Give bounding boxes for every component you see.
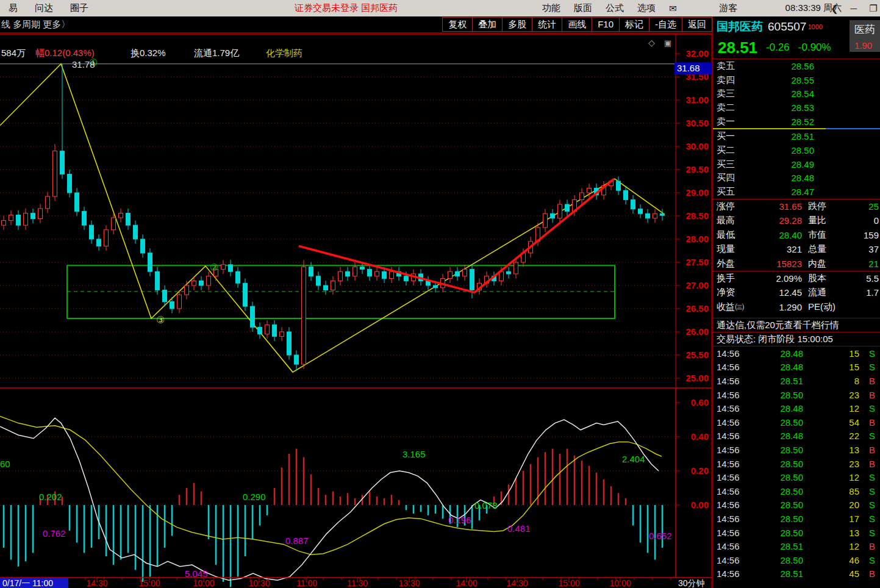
indicator-value-label: 2.404	[622, 454, 645, 464]
restore-icon[interactable]: ❐	[869, 3, 877, 14]
toolbar-button-F10[interactable]: F10	[592, 17, 620, 32]
login-notice[interactable]: 证券交易未登录 国邦医药	[295, 2, 398, 14]
candle	[543, 213, 548, 228]
quote-stats-2: 换手2.09%股本5.5净资12.45流通1.7收益㈢1.290PE(动)	[713, 271, 880, 318]
ask-row[interactable]: 卖二28.53	[713, 101, 880, 115]
menu-item-gongneng[interactable]: 功能	[542, 2, 560, 14]
candle	[229, 265, 233, 271]
trade-flag: S	[859, 403, 880, 414]
candle	[273, 325, 277, 337]
menu-item-xuanxiang[interactable]: 选项	[637, 2, 656, 14]
menu-item-yi[interactable]: 易	[9, 2, 18, 14]
time-tick-label: 11:30	[347, 578, 368, 588]
collapse-icon[interactable]: ❮	[831, 3, 839, 14]
svg-text:28.50: 28.50	[685, 210, 709, 221]
trade-row: 14:5628.5023B	[713, 388, 880, 402]
candle	[90, 225, 94, 239]
candle	[265, 325, 270, 334]
ask-row[interactable]: 卖三28.54	[713, 87, 880, 101]
candle	[514, 262, 518, 274]
candle	[580, 193, 584, 199]
time-tick-label: 11:00	[296, 578, 317, 588]
user-label[interactable]: 游客	[720, 2, 738, 14]
svg-text:584万: 584万	[1, 48, 26, 58]
toolbar-button-标记[interactable]: 标记	[619, 17, 649, 32]
toolbar-button-叠加[interactable]: 叠加	[472, 17, 503, 32]
toolbar-button-复权[interactable]: 复权	[442, 17, 473, 32]
candle	[639, 209, 643, 214]
mail-icon[interactable]: ✉	[669, 3, 677, 14]
trade-row: 14:5628.5046S	[713, 553, 880, 567]
sector-corner-box[interactable]: 医药 1.90	[850, 20, 880, 52]
candle	[653, 213, 657, 218]
trade-row: 14:5628.5013B	[713, 443, 880, 457]
kline-chart[interactable]: 584万幅0.12(0.43%)换0.32%流通1.79亿化学制药◇▣①②③31…	[0, 0, 712, 588]
bid-row[interactable]: 买四28.48	[713, 171, 880, 185]
candle	[141, 239, 145, 253]
trade-row: 14:5628.5145B	[713, 567, 880, 581]
price-change-pct: -0.90%	[798, 41, 831, 54]
stat-row: 净资12.45流通1.7	[713, 285, 880, 299]
trade-row: 14:5628.4815S	[713, 346, 880, 360]
toolbar-button-多股[interactable]: 多股	[502, 17, 532, 32]
time-tick-label: 10:00	[609, 578, 631, 588]
candle	[126, 213, 131, 225]
svg-text:0.60: 0.60	[691, 397, 709, 407]
menu-item-wenda[interactable]: 问达	[35, 2, 53, 14]
svg-text:0.00: 0.00	[691, 500, 709, 510]
toolbar-button-返回[interactable]: 返回	[682, 17, 712, 32]
menu-item-quanzi[interactable]: 圈子	[70, 2, 88, 14]
stat-row: 最低28.40市值159	[713, 228, 880, 242]
candle	[331, 281, 335, 290]
bid-row[interactable]: 买二28.50	[713, 143, 880, 157]
svg-text:26.00: 26.00	[685, 326, 709, 337]
candle	[16, 215, 21, 225]
candle	[346, 271, 350, 276]
svg-text:30.00: 30.00	[685, 141, 709, 151]
indicator-value-label: 3.165	[402, 449, 426, 459]
trade-flag: S	[859, 472, 880, 482]
toolbar-button--自选[interactable]: -自选	[649, 17, 682, 32]
period-menu[interactable]: 线 多周期 更多〉	[0, 19, 70, 30]
trade-flag: S	[859, 528, 880, 538]
toolbar-button-统计[interactable]: 统计	[532, 17, 562, 32]
time-tick-label: 15:00	[138, 578, 160, 588]
trade-flag: S	[859, 348, 880, 359]
ask-row[interactable]: 卖四28.55	[713, 73, 880, 87]
bid-ask-divider	[713, 128, 880, 129]
trade-row: 14:5628.5020S	[713, 498, 880, 512]
promo-notice[interactable]: 通达信,仅需20元查看千档行情	[713, 318, 880, 332]
svg-text:0.40: 0.40	[691, 431, 709, 442]
menu-item-banmian[interactable]: 版面	[574, 2, 592, 14]
trade-row: 14:5628.4815S	[713, 360, 880, 375]
trade-row: 14:5628.5012S	[713, 470, 880, 484]
svg-text:32.00: 32.00	[685, 48, 709, 59]
candle	[382, 271, 387, 278]
indicator-value-label: 0.078	[474, 500, 498, 511]
stat-row: 涨停31.65跌停25	[713, 199, 880, 213]
candle	[163, 290, 167, 302]
bid-row[interactable]: 买三28.49	[713, 157, 880, 171]
quote-stats-1: 涨停31.65跌停25最高29.28量比0最低28.40市值159现量321总量…	[713, 199, 880, 271]
bid-row[interactable]: 买一28.51	[713, 129, 880, 143]
candle	[287, 332, 292, 355]
diamond-icon: ◇	[648, 38, 655, 48]
ask-row[interactable]: 卖五28.56	[713, 59, 880, 73]
candle	[558, 204, 562, 218]
trade-flag: B	[859, 376, 880, 386]
wave-marker: ②	[210, 262, 218, 273]
bid-row[interactable]: 买五28.47	[713, 185, 880, 199]
stat-row: 现量321总量37	[713, 242, 880, 256]
ask-row[interactable]: 卖一28.52	[713, 115, 880, 129]
svg-text:流通1.79亿: 流通1.79亿	[194, 48, 239, 58]
candle	[587, 188, 592, 193]
time-tick-label: 14:00	[456, 578, 477, 588]
minimize-icon[interactable]: ─	[851, 3, 857, 14]
last-close-label: 31.68	[677, 63, 700, 73]
svg-text:0.20: 0.20	[691, 465, 709, 476]
toolbar-button-画线[interactable]: 画线	[562, 17, 592, 32]
candle	[75, 193, 79, 211]
menu-item-gongshi[interactable]: 公式	[606, 2, 624, 14]
tick-trade-list[interactable]: 14:5628.4815S14:5628.4815S14:5628.518B14…	[713, 346, 880, 581]
candle	[60, 151, 65, 174]
